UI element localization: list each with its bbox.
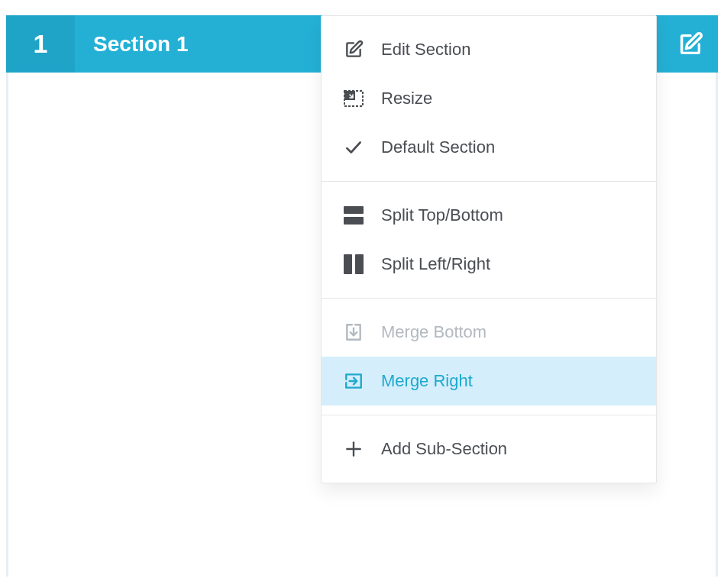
plus-icon (340, 438, 367, 460)
merge-bottom-icon (340, 321, 367, 344)
svg-rect-2 (344, 206, 364, 214)
menu-resize[interactable]: Resize (322, 74, 656, 123)
menu-default-section[interactable]: Default Section (322, 123, 656, 172)
check-icon (340, 136, 367, 159)
menu-split-left-right[interactable]: Split Left/Right (322, 240, 656, 289)
menu-group-add: Add Sub-Section (322, 415, 656, 483)
menu-item-label: Resize (381, 89, 432, 108)
svg-rect-4 (344, 254, 352, 274)
menu-item-label: Edit Section (381, 40, 470, 60)
menu-split-top-bottom[interactable]: Split Top/Bottom (322, 191, 656, 240)
menu-add-sub-section[interactable]: Add Sub-Section (322, 425, 656, 473)
menu-item-label: Split Left/Right (381, 254, 490, 274)
menu-merge-bottom: Merge Bottom (322, 308, 656, 357)
menu-group-merge: Merge Bottom Merge Right (322, 298, 656, 415)
menu-item-label: Add Sub-Section (381, 439, 507, 459)
section-number: 1 (6, 15, 75, 73)
menu-group-split: Split Top/Bottom Split Left/Right (322, 181, 656, 298)
menu-item-label: Split Top/Bottom (381, 205, 503, 225)
menu-group-edit: Edit Section Resize Default Section (322, 16, 656, 181)
menu-item-label: Merge Right (381, 371, 473, 391)
svg-rect-5 (355, 254, 364, 274)
section-context-menu: Edit Section Resize Default Section (321, 15, 657, 483)
resize-icon (340, 87, 367, 110)
menu-merge-right[interactable]: Merge Right (322, 357, 656, 405)
svg-rect-3 (344, 217, 364, 225)
split-vertical-icon (340, 253, 367, 276)
edit-section-button[interactable] (663, 15, 718, 73)
menu-item-label: Merge Bottom (381, 322, 486, 342)
pencil-square-icon (677, 31, 703, 57)
menu-edit-section[interactable]: Edit Section (322, 25, 656, 74)
split-horizontal-icon (340, 204, 367, 227)
menu-item-label: Default Section (381, 137, 495, 157)
merge-right-icon (340, 370, 367, 393)
pencil-square-icon (340, 38, 367, 61)
